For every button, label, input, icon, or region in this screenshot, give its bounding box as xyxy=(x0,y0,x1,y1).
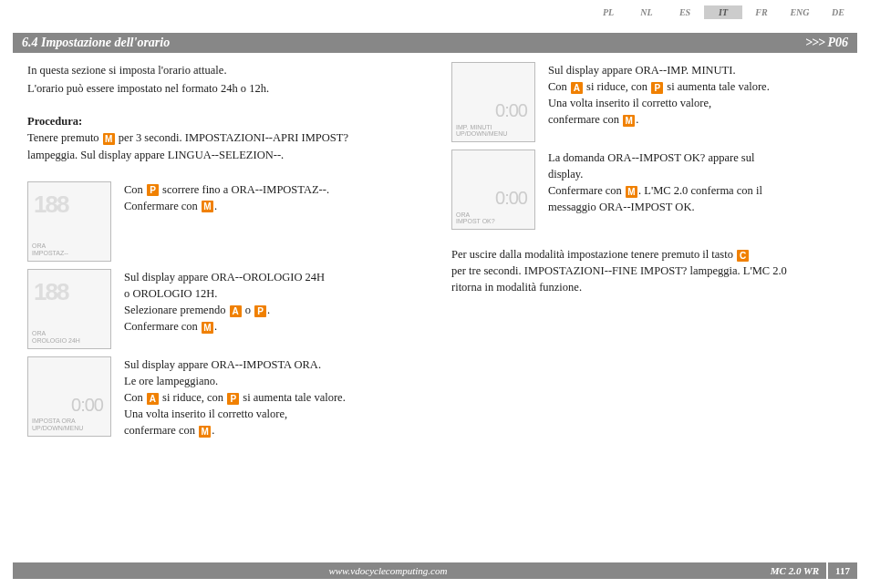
step-1: 188 ORAIMPOSTAZ-- Con P scorrere fino a … xyxy=(27,181,419,262)
lang-nl[interactable]: NL xyxy=(627,5,666,19)
key-m-icon: M xyxy=(202,322,213,334)
lang-pl[interactable]: PL xyxy=(589,5,627,19)
key-m-icon: M xyxy=(623,115,635,127)
lang-it[interactable]: IT xyxy=(704,5,742,19)
intro-text: In questa sezione si imposta l'orario at… xyxy=(27,62,419,97)
key-m-icon: M xyxy=(202,201,213,212)
key-m-icon: M xyxy=(103,133,115,145)
display-thumb-1: 188 ORAIMPOSTAZ-- xyxy=(27,181,111,262)
procedure-block: Procedura: Tenere premuto M per 3 second… xyxy=(27,113,419,162)
page: PL NL ES IT FR ENG DE 6.4 Impostazione d… xyxy=(0,0,870,588)
footer-page-number: 117 xyxy=(826,562,857,579)
step-4: 0:00 IMP. MINUTIUP/DOWN/MENU Sul display… xyxy=(451,62,843,142)
key-p-icon: P xyxy=(651,82,663,94)
lang-de[interactable]: DE xyxy=(819,5,857,19)
key-a-icon: A xyxy=(147,393,159,405)
key-m-icon: M xyxy=(199,426,211,438)
lang-es[interactable]: ES xyxy=(666,5,704,19)
lang-eng[interactable]: ENG xyxy=(781,5,819,19)
key-a-icon: A xyxy=(230,305,242,317)
left-column: In questa sezione si imposta l'orario at… xyxy=(27,62,419,552)
display-thumb-3: 0:00 IMPOSTA ORAUP/DOWN/MENU xyxy=(27,356,111,437)
key-m-icon: M xyxy=(626,186,637,198)
key-p-icon: P xyxy=(227,393,239,405)
key-a-icon: A xyxy=(571,82,583,94)
display-thumb-2: 188 ORAOROLOGIO 24H xyxy=(27,269,111,349)
footer-model: MC 2.0 WR xyxy=(763,565,826,576)
key-p-icon: P xyxy=(254,305,266,317)
title-bar: 6.4 Impostazione dell'orario >>> P06 xyxy=(13,33,857,53)
section-title: 6.4 Impostazione dell'orario xyxy=(22,36,170,50)
exit-text: Per uscire dalla modalità impostazione t… xyxy=(451,246,843,295)
key-c-icon: C xyxy=(737,250,749,262)
lang-fr[interactable]: FR xyxy=(742,5,781,19)
step-2: 188 ORAOROLOGIO 24H Sul display appare O… xyxy=(27,269,419,349)
key-p-icon: P xyxy=(147,184,159,196)
step-3: 0:00 IMPOSTA ORAUP/DOWN/MENU Sul display… xyxy=(27,356,419,439)
procedure-label: Procedura: xyxy=(27,115,82,128)
display-thumb-4: 0:00 IMP. MINUTIUP/DOWN/MENU xyxy=(451,62,535,142)
language-tabs: PL NL ES IT FR ENG DE xyxy=(589,5,857,19)
footer-bar: www.vdocyclecomputing.com MC 2.0 WR 117 xyxy=(13,562,857,579)
page-code: >>> P06 xyxy=(805,36,848,50)
display-thumb-5: 0:00 ORAIMPOST OK? xyxy=(451,150,535,230)
right-column: 0:00 IMP. MINUTIUP/DOWN/MENU Sul display… xyxy=(451,62,843,552)
step-5: 0:00 ORAIMPOST OK? La domanda ORA--IMPOS… xyxy=(451,150,843,230)
footer-url: www.vdocyclecomputing.com xyxy=(13,565,763,576)
content: In questa sezione si imposta l'orario at… xyxy=(27,62,843,552)
